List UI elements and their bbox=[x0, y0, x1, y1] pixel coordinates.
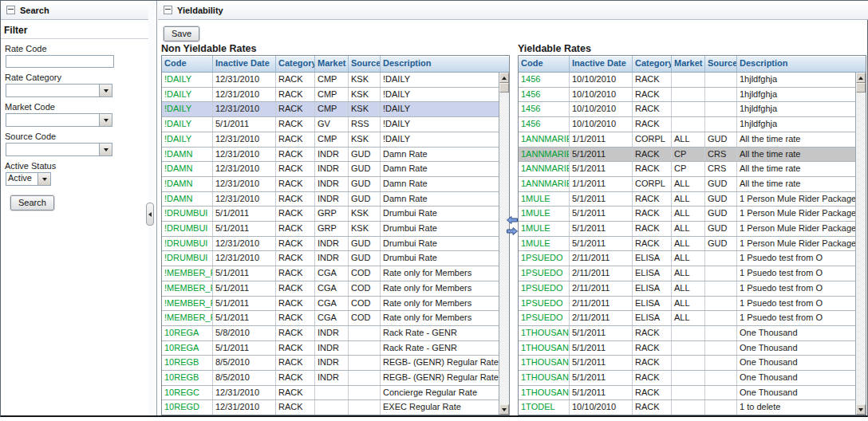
scroll-down-button[interactable] bbox=[856, 404, 866, 415]
dropdown-button[interactable] bbox=[99, 144, 112, 155]
table-header-row: CodeInactive DateCategoryMarketSourceDes… bbox=[162, 56, 509, 73]
table-row[interactable]: 10REGA5/8/2010RACKINDRRack Rate - GENR bbox=[162, 326, 499, 341]
scrollbar-thumb[interactable] bbox=[499, 83, 509, 92]
rate-category-dropdown[interactable] bbox=[6, 84, 112, 97]
cell-code: 1MULE bbox=[519, 192, 570, 207]
yieldable-table: CodeInactive DateCategoryMarketSourceDes… bbox=[518, 55, 866, 415]
scrollbar-track[interactable] bbox=[499, 92, 509, 404]
table-row[interactable]: !MEMBER_RA...5/1/2011RACKCGACODRate only… bbox=[162, 311, 499, 326]
cell-code: !DAMN bbox=[162, 177, 213, 191]
transfer-left-icon[interactable] bbox=[507, 216, 518, 224]
table-row[interactable]: 10REGA5/1/2011RACKINDRRack Rate - GENR bbox=[162, 341, 499, 356]
table-row[interactable]: 1ANNMARIE1/1/2011CORPLALLGUDAll the time… bbox=[519, 177, 855, 192]
scroll-up-button[interactable] bbox=[499, 73, 509, 83]
table-row[interactable]: !DAMN12/31/2010RACKINDRGUDDamn Rate bbox=[162, 148, 499, 163]
table-row[interactable]: 1ANNMARIE1/1/2011CORPLALLGUDAll the time… bbox=[519, 132, 855, 148]
source-code-label: Source Code bbox=[5, 132, 148, 141]
table-row[interactable]: 145610/10/2010RACK1hjldfghja bbox=[519, 117, 855, 132]
table-row[interactable]: !DAILY12/31/2010RACKCMPKSK!DAILY bbox=[162, 102, 499, 117]
cell-code: 1ANNMARIE bbox=[519, 162, 570, 176]
source-code-dropdown[interactable] bbox=[6, 143, 112, 156]
column-header-source[interactable]: Source bbox=[705, 56, 737, 72]
vertical-scrollbar[interactable] bbox=[499, 73, 509, 415]
cell-market: ALL bbox=[672, 177, 705, 191]
table-row[interactable]: 1TODEL10/10/2010RACK1 to delete bbox=[519, 400, 855, 415]
active-status-select[interactable]: Active bbox=[6, 172, 51, 186]
cell-description: 1 Psuedo test from O bbox=[737, 297, 855, 311]
table-row[interactable]: 1THOUSAND5/1/2011RACKOne Thousand bbox=[519, 326, 855, 341]
table-row[interactable]: 10REGD12/31/2010RACKEXEC Regular Rate bbox=[162, 400, 499, 415]
table-row[interactable]: 1ANNMARIE5/1/2011RACKCPCRSAll the time r… bbox=[519, 148, 855, 163]
table-row[interactable]: !DRUMBUI5/1/2011RACKGRPKSKDrumbui Rate bbox=[162, 222, 499, 237]
cell-inactive-date: 5/1/2011 bbox=[213, 222, 276, 236]
column-header-code[interactable]: Code bbox=[162, 56, 213, 72]
table-row[interactable]: 1PSUEDO2/11/2011ELISAALL1 Psuedo test fr… bbox=[519, 311, 855, 326]
table-row[interactable]: 1PSUEDO2/11/2011ELISAALL1 Psuedo test fr… bbox=[519, 266, 855, 281]
table-row[interactable]: 10REGC12/31/2010RACKConcierge Regular Ra… bbox=[162, 386, 499, 401]
table-row[interactable]: 145610/10/2010RACK1hjldfghja bbox=[519, 102, 855, 117]
table-row[interactable]: !DRUMBUI12/31/2010RACKINDRGUDDrumbui Rat… bbox=[162, 237, 499, 252]
table-row[interactable]: 1PSUEDO2/11/2011ELISAALL1 Psuedo test fr… bbox=[519, 281, 855, 297]
transfer-right-icon[interactable] bbox=[507, 227, 518, 235]
scrollbar-track[interactable] bbox=[856, 92, 866, 404]
dropdown-button[interactable] bbox=[37, 173, 50, 185]
panel-splitter[interactable] bbox=[148, 1, 157, 415]
search-button[interactable]: Search bbox=[10, 195, 54, 210]
table-row[interactable]: 1PSUEDO2/11/2011ELISAALL1 Psuedo test fr… bbox=[519, 297, 855, 312]
column-header-source[interactable]: Source bbox=[349, 56, 381, 72]
cell-code: 1456 bbox=[519, 88, 570, 102]
table-row[interactable]: 1THOUSAND5/1/2011RACKOne Thousand bbox=[519, 341, 855, 356]
search-panel: Search Filter Rate Code Rate Category Ma… bbox=[1, 1, 149, 415]
column-header-category[interactable]: Category bbox=[633, 56, 672, 72]
rate-code-input[interactable] bbox=[6, 55, 114, 68]
table-row[interactable]: 1ANNMARIE5/1/2011RACKCPCRSAll the time r… bbox=[519, 162, 855, 177]
table-row[interactable]: !DAILY5/1/2011RACKGVRSS!DAILY bbox=[162, 117, 499, 132]
table-row[interactable]: !DAMN12/31/2010RACKINDRGUDDamn Rate bbox=[162, 192, 499, 207]
column-header-description[interactable]: Description bbox=[381, 56, 509, 72]
cell-category: RACK bbox=[276, 371, 315, 385]
table-row[interactable]: 145610/10/2010RACK1hjldfghja bbox=[519, 88, 855, 103]
table-row[interactable]: 1THOUSAND5/1/2011RACKOne Thousand bbox=[519, 386, 855, 401]
table-row[interactable]: !DAMN12/31/2010RACKINDRGUDDamn Rate bbox=[162, 162, 499, 177]
market-code-dropdown[interactable] bbox=[6, 113, 112, 127]
table-row[interactable]: 145610/10/2010RACK1hjldfghja bbox=[519, 73, 855, 88]
splitter-collapse-handle[interactable] bbox=[146, 203, 154, 226]
table-row[interactable]: 1THOUSAND5/1/2011RACKOne Thousand bbox=[519, 356, 855, 371]
table-row[interactable]: 10REGB8/5/2010RACKINDRREGB- (GENR) Regul… bbox=[162, 371, 499, 386]
column-header-market[interactable]: Market bbox=[315, 56, 349, 72]
table-row[interactable]: !MEMBER_RA...5/1/2011RACKCGACODRate only… bbox=[162, 297, 499, 312]
table-row[interactable]: 1MULE5/1/2011RACKALLGUD1 Person Mule Rid… bbox=[519, 192, 855, 207]
scroll-up-button[interactable] bbox=[856, 73, 866, 83]
column-header-description[interactable]: Description bbox=[737, 56, 866, 72]
dropdown-button[interactable] bbox=[99, 114, 112, 126]
table-row[interactable]: !DAMN12/31/2010RACKINDRGUDDamn Rate bbox=[162, 177, 499, 192]
table-row[interactable]: !DAILY12/31/2010RACKCMPKSK!DAILY bbox=[162, 132, 499, 148]
table-row[interactable]: 1MULE5/1/2011RACKALLGUD1 Person Mule Rid… bbox=[519, 207, 855, 222]
table-row[interactable]: !DRUMBUI12/31/2010RACKINDRGUDDrumbui Rat… bbox=[162, 251, 499, 266]
scrollbar-thumb[interactable] bbox=[856, 83, 866, 92]
table-row[interactable]: !MEMBER_RA...5/1/2011RACKCGACODRate only… bbox=[162, 266, 499, 281]
table-row[interactable]: 1MULE5/1/2011RACKALLGUD1 Person Mule Rid… bbox=[519, 222, 855, 237]
cell-code: !DAILY bbox=[162, 88, 213, 102]
collapse-icon[interactable] bbox=[164, 6, 172, 14]
column-header-inactive-date[interactable]: Inactive Date bbox=[570, 56, 633, 72]
table-row[interactable]: 1THOUSAND5/1/2011RACKOne Thousand bbox=[519, 371, 855, 386]
cell-inactive-date: 2/11/2011 bbox=[570, 251, 633, 266]
column-header-market[interactable]: Market bbox=[672, 56, 705, 72]
table-row[interactable]: !MEMBER_RA...5/1/2011RACKCGACODRate only… bbox=[162, 281, 499, 297]
save-button[interactable]: Save bbox=[164, 26, 199, 41]
cell-source: GUD bbox=[705, 132, 737, 147]
column-header-category[interactable]: Category bbox=[276, 56, 315, 72]
column-header-code[interactable]: Code bbox=[519, 56, 570, 72]
table-row[interactable]: 1MULE5/1/2011RACKALLGUD1 Person Mule Rid… bbox=[519, 237, 855, 252]
column-header-inactive-date[interactable]: Inactive Date bbox=[213, 56, 276, 72]
dropdown-button[interactable] bbox=[99, 85, 112, 96]
scroll-down-button[interactable] bbox=[499, 404, 509, 415]
table-row[interactable]: 10REGB8/5/2010RACKINDRREGB- (GENR) Regul… bbox=[162, 356, 499, 371]
table-row[interactable]: !DRUMBUI5/1/2011RACKGRPKSKDrumbui Rate bbox=[162, 207, 499, 222]
table-row[interactable]: !DAILY12/31/2010RACKCMPKSK!DAILY bbox=[162, 88, 499, 103]
collapse-icon[interactable] bbox=[6, 6, 15, 14]
table-row[interactable]: 1PSUEDO2/11/2011ELISAALL1 Psuedo test fr… bbox=[519, 251, 855, 266]
vertical-scrollbar[interactable] bbox=[855, 73, 866, 415]
table-row[interactable]: !DAILY12/31/2010RACKCMPKSK!DAILY bbox=[162, 73, 499, 88]
